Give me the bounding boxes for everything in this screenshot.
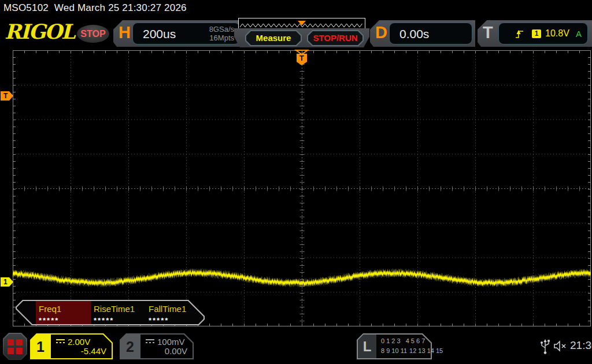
trigger-level-marker[interactable]: T (1, 91, 13, 101)
digital-group-8-11: 8 9 10 11 (381, 347, 407, 354)
channel1-offset-marker-label: 1 (3, 278, 8, 286)
measure-button-label: Measure (246, 31, 301, 45)
digital-group-12-15: 12 13 14 15 (409, 347, 443, 354)
channel1-waveform (13, 50, 591, 326)
measurement-name: Freq1 (39, 304, 91, 314)
memory-position-indicator[interactable] (238, 18, 365, 29)
channel1-number: 1 (36, 339, 45, 355)
channel2-block[interactable]: 2 100mV 0.00V (120, 333, 194, 359)
trigger-box: 1 10.8V A (498, 23, 588, 44)
channel1-values: 2.00V -5.44V (51, 335, 112, 358)
measurement-item-freq1[interactable]: Freq1 ***** (36, 301, 91, 324)
measurement-name: FallTime1 (149, 304, 201, 314)
trigger-sweep-mode: A (576, 29, 582, 39)
digital-label: L (358, 335, 376, 358)
measurement-item-risetime1[interactable]: RiseTime1 ***** (91, 301, 146, 324)
dc-coupling-icon (146, 339, 154, 344)
trigger-panel[interactable]: T 1 10.8V A (478, 20, 592, 47)
trigger-source-badge: 1 (532, 29, 541, 38)
horizontal-label: H (119, 23, 131, 42)
delay-value: 0.00s (399, 27, 429, 41)
menu-grid-button[interactable] (3, 333, 27, 360)
delay-label: D (375, 23, 387, 42)
trigger-level-marker-label: T (3, 92, 8, 100)
stop-run-button[interactable]: STOP/RUN (307, 30, 364, 46)
rigol-logo: RIGOL (5, 20, 74, 43)
timebase-value: 200us (143, 27, 176, 41)
sample-rate: 8GSa/s (209, 25, 234, 34)
usb-icon (539, 338, 551, 355)
digital-channel-numbers: 0 1 2 34 5 6 7 8 9 10 1112 13 14 15 (381, 336, 443, 356)
channel2-values: 100mV 0.00V (140, 335, 193, 358)
channel1-block[interactable]: 1 2.00V -5.44V (30, 333, 113, 359)
clock: 21:30 (570, 339, 592, 352)
model-and-datetime: MSO5102 Wed March 25 21:30:27 2026 (3, 2, 187, 14)
sample-rate-memdepth: 8GSa/s 16Mpts (209, 25, 234, 42)
measurement-value: ***** (149, 316, 201, 325)
memory-depth: 16Mpts (209, 34, 234, 42)
speaker-muted-icon (553, 340, 568, 352)
channel1-scale: 2.00V (68, 337, 90, 347)
model-name: MSO5102 (3, 2, 49, 13)
channel1-offset-marker[interactable]: 1 (1, 277, 13, 287)
trigger-position-marker[interactable]: T (294, 49, 310, 66)
measure-button[interactable]: Measure (245, 30, 302, 46)
trigger-label: T (483, 23, 493, 42)
measurement-name: RiseTime1 (94, 304, 146, 314)
horizontal-timebase-panel[interactable]: H 200us 8GSa/s 16Mpts (113, 20, 243, 47)
channel1-offset: -5.44V (81, 346, 106, 356)
stop-run-button-label: STOP/RUN (308, 31, 362, 45)
datetime: Wed March 25 21:30:27 2026 (54, 2, 187, 13)
channel2-offset: 0.00V (165, 346, 187, 356)
measurement-panel-body: Freq1 ***** RiseTime1 ***** FallTime1 **… (17, 301, 204, 324)
trigger-level-value: 10.8V (545, 28, 569, 39)
delay-panel[interactable]: D 0.00s (370, 20, 475, 47)
menu-grid-icon (4, 334, 26, 359)
digital-group-4-7: 4 5 6 7 (406, 337, 426, 344)
measurement-value: ***** (94, 316, 146, 325)
measurement-item-falltime1[interactable]: FallTime1 ***** (146, 301, 201, 324)
channel2-number: 2 (126, 339, 134, 355)
svg-text:T: T (299, 54, 304, 62)
digital-group-0-3: 0 1 2 3 (381, 337, 401, 344)
measurement-panel: Freq1 ***** RiseTime1 ***** FallTime1 **… (16, 300, 205, 325)
delay-box: 0.00s (389, 23, 472, 44)
timebase-box: 200us 8GSa/s 16Mpts (132, 23, 240, 44)
waveform-preview-icon (239, 18, 365, 29)
oscilloscope-screen: MSO5102 Wed March 25 21:30:27 2026 RIGOL… (0, 0, 592, 364)
status-bar: MSO5102 Wed March 25 21:30:27 2026 (0, 0, 592, 17)
acquisition-state-badge: STOP (77, 25, 109, 43)
dc-coupling-icon (56, 339, 65, 344)
digital-channels-block[interactable]: L 0 1 2 34 5 6 7 8 9 10 1112 13 14 15 (357, 333, 432, 359)
rising-edge-icon (515, 28, 524, 40)
channel2-scale: 100mV (157, 337, 185, 347)
measurement-value: ***** (39, 316, 91, 325)
